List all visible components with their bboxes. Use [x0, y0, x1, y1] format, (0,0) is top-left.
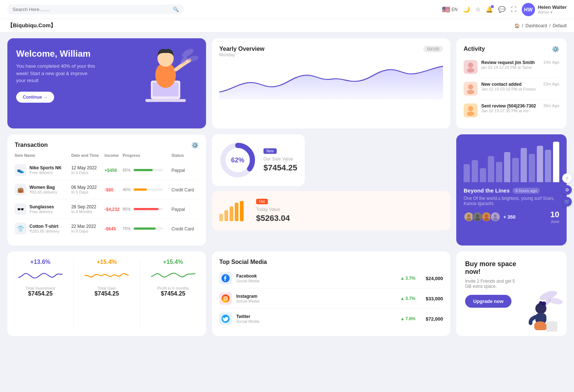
beyond-desc: One Of the world,s brightest, young surf…: [464, 196, 559, 206]
social-media-card: Top Social Media Facebook Social Media ▲…: [212, 251, 450, 336]
scroll-up-btn[interactable]: ↕: [562, 173, 572, 183]
stat-investment: +13.6% Total Investment $7454.25: [15, 259, 66, 329]
yearly-title: Yearly Overview: [219, 46, 265, 52]
social-facebook: Facebook Social Media ▲ 3.7% $24,000: [219, 268, 443, 289]
instagram-pct: ▲ 3.7%: [400, 296, 415, 301]
svg-point-49: [539, 301, 543, 305]
facebook-pct: ▲ 3.7%: [400, 276, 415, 281]
transaction-table: Item Name Date and Time Income Progress …: [15, 153, 199, 238]
search-bar[interactable]: 🔍: [7, 4, 184, 14]
yearly-overview-card: Yearly Overview Monday 50/100: [212, 38, 450, 128]
item-date: 12 May 2022: [71, 165, 104, 170]
search-input[interactable]: [13, 7, 170, 12]
svg-rect-23: [230, 206, 233, 221]
yearly-chart: [219, 63, 443, 99]
transaction-settings-icon[interactable]: ⚙️: [191, 142, 199, 149]
item-days: In 4 Months: [71, 209, 104, 214]
beyond-month: June: [550, 219, 559, 224]
svg-point-37: [493, 218, 498, 221]
item-status: Credit Card: [171, 226, 194, 232]
activity-title-3: Sent review (504)236-7302: [481, 103, 540, 109]
stat-profit-label: Profit in 6 months: [157, 286, 189, 290]
cart-side-btn[interactable]: 🛒: [562, 197, 572, 206]
user-details: Helen Walter Admin ▾: [538, 4, 567, 15]
activity-title: Activity: [464, 46, 485, 52]
transaction-title: Transaction: [15, 142, 48, 148]
twitter-pct: ▲ 7.6%: [400, 316, 415, 321]
facebook-name: Facebook: [236, 273, 259, 279]
item-progress: 45%: [123, 187, 171, 192]
promo-illustration: [515, 288, 563, 336]
sidebar-controls: ↕ ⚙ 🛒: [562, 173, 572, 206]
language-selector[interactable]: 🇺🇸 EN: [442, 6, 458, 14]
sale-card: 62% New Our Sale Value $7454.25: [212, 134, 305, 186]
facebook-sub: Social Media: [236, 279, 259, 283]
breadcrumb-default: Default: [553, 23, 567, 28]
yearly-subtitle: Monday: [219, 52, 265, 57]
beyond-date: 10: [550, 210, 559, 219]
instagram-amount: $33,000: [426, 296, 443, 301]
activity-item-3: Sent review (504)236-7302 Jan 02 19 07:3…: [464, 100, 559, 121]
beyond-time: 6 hours ago: [513, 188, 540, 194]
activity-settings-icon[interactable]: ⚙️: [552, 46, 559, 53]
activity-avatar-2: [464, 82, 478, 96]
item-icon: 👟: [15, 164, 26, 176]
svg-point-14: [468, 84, 473, 89]
svg-rect-53: [546, 321, 557, 332]
item-date: 28 Sep 2022: [71, 204, 104, 209]
upgrade-button[interactable]: Upgrade now: [465, 295, 511, 308]
breadcrumb-dashboard[interactable]: Dashboard: [525, 23, 547, 28]
stat-profit-wave: [148, 268, 199, 283]
svg-point-17: [468, 106, 473, 111]
svg-point-39: [222, 294, 230, 303]
twitter-icon: [219, 312, 232, 325]
item-name: Cotton T-shirt: [29, 224, 60, 229]
stats-card: +13.6% Total Investment $7454.25 +15.4% …: [7, 251, 206, 336]
instagram-sub: Social Media: [236, 299, 259, 303]
twitter-amount: $72,000: [426, 316, 443, 322]
svg-point-31: [475, 218, 480, 221]
welcome-card: Welcome, William You have completed 40% …: [7, 38, 206, 128]
twitter-name: Twitter: [236, 314, 259, 319]
activity-time-2: 22m Ago: [543, 82, 559, 86]
settings-side-btn[interactable]: ⚙: [562, 185, 572, 195]
facebook-amount: $24,000: [426, 276, 443, 281]
chat-icon[interactable]: 💬: [498, 6, 506, 13]
item-cell: 👜 Women Bag ₹83.65 delivery: [15, 184, 71, 195]
item-days: In 6 Days: [71, 170, 104, 175]
donut-label: 62%: [231, 156, 244, 164]
activity-title-2: New contact added: [481, 82, 540, 87]
continue-button[interactable]: Continue →: [16, 92, 54, 103]
svg-point-36: [494, 214, 497, 218]
beyond-card: Beyond the Lines 6 hours ago One Of the …: [456, 134, 567, 246]
header: 🔍 🇺🇸 EN 🌙 ☆ 🔔 💬 ⛶ HW Helen Walter Admin …: [0, 0, 574, 19]
item-name: Sunglasses: [29, 204, 54, 209]
instagram-name: Instagram: [236, 294, 259, 299]
svg-rect-24: [235, 203, 238, 221]
bell-icon[interactable]: 🔔: [486, 6, 493, 13]
table-row: 👕 Cotton T-shirt ₹283.65 delivery 22 Mar…: [15, 219, 199, 239]
stat-investment-label: Total Investment: [26, 286, 55, 290]
welcome-illustration: [132, 42, 199, 105]
item-status: Paypal: [171, 168, 185, 173]
stat-gain-percent: +15.4%: [97, 259, 117, 265]
activity-time-1: 14m Ago: [543, 60, 559, 64]
stat-profit-percent: +15.4%: [163, 259, 183, 265]
item-cell: 👕 Cotton T-shirt ₹283.65 delivery: [15, 223, 71, 234]
fullscreen-icon[interactable]: ⛶: [511, 6, 517, 13]
svg-rect-52: [534, 324, 547, 330]
item-date: 06 May 2022: [71, 185, 104, 190]
item-income: +$456: [104, 168, 117, 173]
home-icon[interactable]: 🏠: [514, 23, 520, 28]
sale-value: $7454.25: [263, 163, 297, 173]
activity-sub-3: Jan 02 19 07:35 PM at Iris: [481, 109, 540, 113]
social-instagram: Instagram Social Media ▲ 3.7% $33,000: [219, 289, 443, 309]
activity-time-3: 30m Ago: [543, 103, 559, 108]
yearly-badge: 50/100: [423, 46, 443, 52]
user-profile[interactable]: HW Helen Walter Admin ▾: [522, 3, 567, 16]
moon-icon[interactable]: 🌙: [463, 6, 470, 13]
stat-gain: +15.4% Total Gain $7454.25: [81, 259, 132, 329]
flag-icon: 🇺🇸: [442, 6, 450, 14]
svg-point-42: [227, 297, 228, 297]
star-icon[interactable]: ☆: [475, 6, 481, 13]
